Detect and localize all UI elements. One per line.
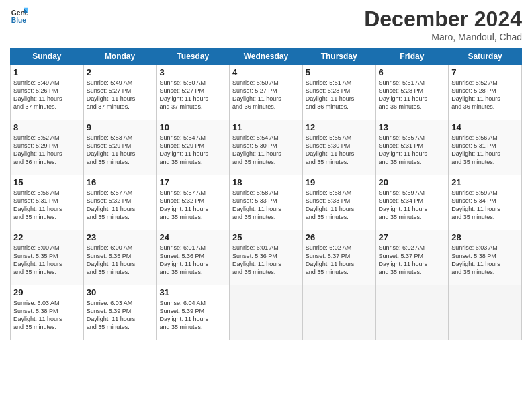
calendar-cell: 16Sunrise: 5:57 AM Sunset: 5:32 PM Dayli… (83, 175, 157, 230)
calendar-cell: 13Sunrise: 5:55 AM Sunset: 5:31 PM Dayli… (375, 120, 449, 175)
day-number: 2 (87, 67, 154, 77)
calendar-cell: 24Sunrise: 6:01 AM Sunset: 5:36 PM Dayli… (157, 230, 230, 285)
title-block: December 2024 Maro, Mandoul, Chad (364, 7, 522, 42)
day-info: Sunrise: 5:59 AM Sunset: 5:34 PM Dayligh… (451, 189, 519, 222)
day-info: Sunrise: 5:59 AM Sunset: 5:34 PM Dayligh… (379, 189, 446, 222)
day-info: Sunrise: 6:02 AM Sunset: 5:37 PM Dayligh… (379, 244, 446, 277)
calendar-cell: 19Sunrise: 5:58 AM Sunset: 5:33 PM Dayli… (302, 175, 375, 230)
day-info: Sunrise: 5:52 AM Sunset: 5:28 PM Dayligh… (451, 79, 519, 111)
calendar-cell: 9Sunrise: 5:53 AM Sunset: 5:29 PM Daylig… (83, 120, 157, 175)
calendar-cell: 6Sunrise: 5:51 AM Sunset: 5:28 PM Daylig… (375, 65, 449, 120)
calendar-cell: 5Sunrise: 5:51 AM Sunset: 5:28 PM Daylig… (302, 65, 375, 120)
calendar-cell: 23Sunrise: 6:00 AM Sunset: 5:35 PM Dayli… (83, 230, 157, 285)
day-number: 6 (379, 67, 446, 77)
calendar-table: Sunday Monday Tuesday Wednesday Thursday… (10, 48, 522, 340)
calendar-cell: 7Sunrise: 5:52 AM Sunset: 5:28 PM Daylig… (449, 65, 522, 120)
calendar-cell: 20Sunrise: 5:59 AM Sunset: 5:34 PM Dayli… (375, 175, 449, 230)
location-subtitle: Maro, Mandoul, Chad (364, 32, 522, 42)
day-number: 3 (159, 67, 226, 77)
day-number: 12 (306, 122, 373, 132)
calendar-cell: 11Sunrise: 5:54 AM Sunset: 5:30 PM Dayli… (230, 120, 303, 175)
day-info: Sunrise: 5:51 AM Sunset: 5:28 PM Dayligh… (379, 79, 446, 111)
day-info: Sunrise: 5:51 AM Sunset: 5:28 PM Dayligh… (306, 79, 373, 111)
day-info: Sunrise: 5:57 AM Sunset: 5:32 PM Dayligh… (159, 189, 226, 222)
day-number: 11 (232, 122, 300, 132)
calendar-cell: 22Sunrise: 6:00 AM Sunset: 5:35 PM Dayli… (11, 230, 84, 285)
day-number: 19 (306, 177, 373, 187)
day-info: Sunrise: 5:50 AM Sunset: 5:27 PM Dayligh… (232, 79, 300, 111)
month-title: December 2024 (364, 7, 522, 32)
calendar-week-2: 8Sunrise: 5:52 AM Sunset: 5:29 PM Daylig… (11, 120, 522, 175)
col-wednesday: Wednesday (230, 48, 303, 65)
day-number: 31 (159, 287, 226, 298)
day-number: 21 (451, 177, 519, 187)
day-number: 27 (379, 232, 446, 242)
header-row: Sunday Monday Tuesday Wednesday Thursday… (11, 48, 522, 65)
day-info: Sunrise: 5:58 AM Sunset: 5:33 PM Dayligh… (232, 189, 300, 222)
day-info: Sunrise: 5:49 AM Sunset: 5:26 PM Dayligh… (13, 79, 81, 111)
calendar-cell: 8Sunrise: 5:52 AM Sunset: 5:29 PM Daylig… (11, 120, 84, 175)
day-info: Sunrise: 6:01 AM Sunset: 5:36 PM Dayligh… (232, 244, 300, 277)
day-info: Sunrise: 5:55 AM Sunset: 5:30 PM Dayligh… (306, 134, 373, 167)
calendar-cell: 1Sunrise: 5:49 AM Sunset: 5:26 PM Daylig… (11, 65, 84, 120)
day-number: 5 (306, 67, 373, 77)
day-info: Sunrise: 5:49 AM Sunset: 5:27 PM Dayligh… (87, 79, 154, 111)
calendar-cell: 10Sunrise: 5:54 AM Sunset: 5:29 PM Dayli… (157, 120, 230, 175)
day-info: Sunrise: 5:52 AM Sunset: 5:29 PM Dayligh… (13, 134, 81, 167)
day-number: 23 (87, 232, 154, 242)
day-info: Sunrise: 6:03 AM Sunset: 5:38 PM Dayligh… (13, 299, 81, 332)
col-saturday: Saturday (449, 48, 522, 65)
day-number: 22 (13, 232, 81, 242)
calendar-cell: 30Sunrise: 6:03 AM Sunset: 5:39 PM Dayli… (83, 285, 157, 340)
day-info: Sunrise: 5:56 AM Sunset: 5:31 PM Dayligh… (13, 189, 81, 222)
calendar-cell: 21Sunrise: 5:59 AM Sunset: 5:34 PM Dayli… (449, 175, 522, 230)
day-info: Sunrise: 6:02 AM Sunset: 5:37 PM Dayligh… (306, 244, 373, 277)
day-info: Sunrise: 5:57 AM Sunset: 5:32 PM Dayligh… (87, 189, 154, 222)
calendar-cell (375, 285, 449, 340)
calendar-week-4: 22Sunrise: 6:00 AM Sunset: 5:35 PM Dayli… (11, 230, 522, 285)
col-friday: Friday (375, 48, 449, 65)
day-info: Sunrise: 6:00 AM Sunset: 5:35 PM Dayligh… (87, 244, 154, 277)
day-number: 26 (306, 232, 373, 242)
day-number: 28 (451, 232, 519, 242)
calendar-week-1: 1Sunrise: 5:49 AM Sunset: 5:26 PM Daylig… (11, 65, 522, 120)
day-number: 16 (87, 177, 154, 187)
day-number: 9 (87, 122, 154, 132)
calendar-cell: 17Sunrise: 5:57 AM Sunset: 5:32 PM Dayli… (157, 175, 230, 230)
calendar-cell: 31Sunrise: 6:04 AM Sunset: 5:39 PM Dayli… (157, 285, 230, 340)
day-number: 10 (159, 122, 226, 132)
day-number: 8 (13, 122, 81, 132)
page: General Blue December 2024 Maro, Mandoul… (0, 0, 532, 411)
col-monday: Monday (83, 48, 157, 65)
calendar-cell: 25Sunrise: 6:01 AM Sunset: 5:36 PM Dayli… (230, 230, 303, 285)
day-info: Sunrise: 6:01 AM Sunset: 5:36 PM Dayligh… (159, 244, 226, 277)
day-number: 18 (232, 177, 300, 187)
calendar-cell: 2Sunrise: 5:49 AM Sunset: 5:27 PM Daylig… (83, 65, 157, 120)
day-info: Sunrise: 5:50 AM Sunset: 5:27 PM Dayligh… (159, 79, 226, 111)
calendar-cell: 4Sunrise: 5:50 AM Sunset: 5:27 PM Daylig… (230, 65, 303, 120)
day-info: Sunrise: 5:58 AM Sunset: 5:33 PM Dayligh… (306, 189, 373, 222)
day-info: Sunrise: 5:54 AM Sunset: 5:30 PM Dayligh… (232, 134, 300, 167)
day-number: 20 (379, 177, 446, 187)
logo-icon: General Blue (10, 7, 29, 26)
day-info: Sunrise: 5:54 AM Sunset: 5:29 PM Dayligh… (159, 134, 226, 167)
day-number: 29 (13, 287, 81, 298)
day-info: Sunrise: 5:55 AM Sunset: 5:31 PM Dayligh… (379, 134, 446, 167)
calendar-cell: 3Sunrise: 5:50 AM Sunset: 5:27 PM Daylig… (157, 65, 230, 120)
calendar-cell: 28Sunrise: 6:03 AM Sunset: 5:38 PM Dayli… (449, 230, 522, 285)
day-number: 15 (13, 177, 81, 187)
day-info: Sunrise: 5:53 AM Sunset: 5:29 PM Dayligh… (87, 134, 154, 167)
day-info: Sunrise: 6:03 AM Sunset: 5:38 PM Dayligh… (451, 244, 519, 277)
day-number: 14 (451, 122, 519, 132)
calendar-cell: 14Sunrise: 5:56 AM Sunset: 5:31 PM Dayli… (449, 120, 522, 175)
logo: General Blue (10, 7, 29, 26)
day-info: Sunrise: 5:56 AM Sunset: 5:31 PM Dayligh… (451, 134, 519, 167)
calendar-cell: 27Sunrise: 6:02 AM Sunset: 5:37 PM Dayli… (375, 230, 449, 285)
day-number: 4 (232, 67, 300, 77)
day-number: 13 (379, 122, 446, 132)
day-number: 25 (232, 232, 300, 242)
calendar-cell: 18Sunrise: 5:58 AM Sunset: 5:33 PM Dayli… (230, 175, 303, 230)
calendar-cell: 12Sunrise: 5:55 AM Sunset: 5:30 PM Dayli… (302, 120, 375, 175)
header: General Blue December 2024 Maro, Mandoul… (10, 7, 522, 42)
day-number: 7 (451, 67, 519, 77)
